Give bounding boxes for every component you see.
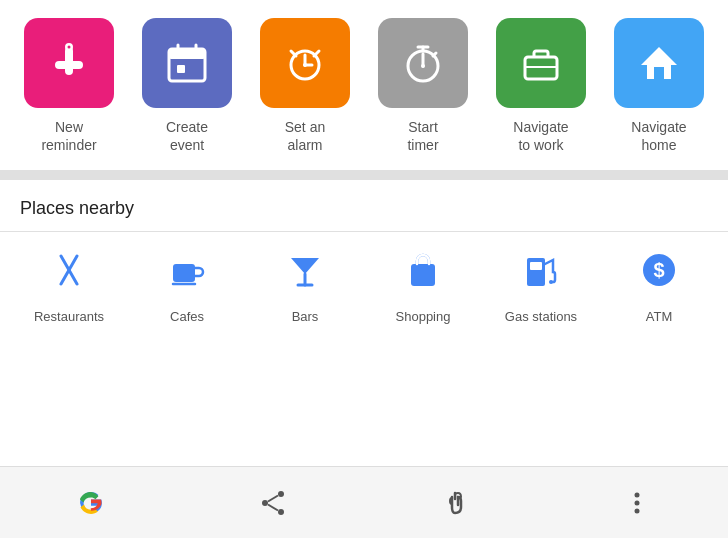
more-options-button[interactable]	[607, 473, 667, 533]
gas-stations-label: Gas stations	[505, 309, 577, 324]
google-g-icon	[73, 485, 109, 521]
svg-line-12	[291, 51, 296, 56]
restaurants-label: Restaurants	[34, 309, 104, 324]
navigate-home-label: Navigate home	[631, 118, 686, 154]
svg-rect-34	[530, 262, 542, 270]
places-nearby-title: Places nearby	[0, 180, 728, 231]
timer-icon	[399, 39, 447, 87]
shortcut-navigate-home[interactable]: Navigate home	[609, 18, 709, 154]
atm-label: ATM	[646, 309, 672, 324]
start-timer-label: Start timer	[407, 118, 438, 154]
cafes-label: Cafes	[170, 309, 204, 324]
shortcut-navigate-work[interactable]: Navigate to work	[491, 18, 591, 154]
shortcut-create-event[interactable]: Create event	[137, 18, 237, 154]
svg-point-39	[262, 500, 268, 506]
share-icon	[257, 487, 289, 519]
svg-rect-8	[177, 65, 185, 73]
bars-label: Bars	[292, 309, 319, 324]
svg-text:$: $	[653, 259, 664, 281]
navigate-work-icon-box	[496, 18, 586, 108]
svg-rect-32	[411, 264, 435, 286]
svg-point-20	[421, 64, 425, 68]
gas-stations-icon	[521, 250, 561, 299]
svg-rect-24	[654, 67, 664, 79]
create-event-icon-box	[142, 18, 232, 108]
new-reminder-icon-box	[24, 18, 114, 108]
svg-line-41	[268, 495, 278, 501]
navigate-home-icon-box	[614, 18, 704, 108]
place-cafes[interactable]: Cafes	[128, 250, 246, 324]
shopping-label: Shopping	[396, 309, 451, 324]
svg-point-38	[278, 491, 284, 497]
svg-line-19	[433, 53, 436, 56]
places-nearby-section: Places nearby Restaurants	[0, 180, 728, 466]
section-divider	[0, 170, 728, 180]
more-dots-icon	[633, 487, 641, 519]
svg-point-40	[278, 509, 284, 515]
svg-point-14	[303, 63, 307, 67]
alarm-icon	[281, 39, 329, 87]
start-timer-icon-box	[378, 18, 468, 108]
svg-point-45	[635, 508, 640, 513]
svg-line-13	[314, 51, 319, 56]
place-shopping[interactable]: Shopping	[364, 250, 482, 324]
svg-point-35	[549, 280, 553, 284]
calendar-icon	[163, 39, 211, 87]
place-restaurants[interactable]: Restaurants	[10, 250, 128, 324]
svg-point-3	[68, 46, 71, 49]
set-alarm-label: Set an alarm	[285, 118, 325, 154]
create-event-label: Create event	[166, 118, 208, 154]
touch-button[interactable]	[425, 473, 485, 533]
shortcut-set-alarm[interactable]: Set an alarm	[255, 18, 355, 154]
restaurants-icon	[49, 250, 89, 299]
shortcut-start-timer[interactable]: Start timer	[373, 18, 473, 154]
svg-line-42	[268, 504, 278, 510]
google-logo-button[interactable]	[61, 473, 121, 533]
set-alarm-icon-box	[260, 18, 350, 108]
cafes-icon	[167, 250, 207, 299]
place-gas-stations[interactable]: Gas stations	[482, 250, 600, 324]
shortcuts-section: New reminder Create event	[0, 0, 728, 170]
places-items-list: Restaurants Cafes	[0, 232, 728, 334]
shopping-icon	[403, 250, 443, 299]
svg-rect-5	[169, 49, 205, 59]
work-icon	[517, 39, 565, 87]
svg-point-43	[635, 492, 640, 497]
touch-icon	[439, 487, 471, 519]
svg-point-44	[635, 500, 640, 505]
svg-marker-29	[291, 258, 319, 274]
svg-rect-27	[173, 264, 195, 282]
place-atm[interactable]: $ ATM	[600, 250, 718, 324]
svg-rect-1	[55, 61, 83, 69]
new-reminder-label: New reminder	[41, 118, 96, 154]
bottom-nav-bar	[0, 466, 728, 538]
share-button[interactable]	[243, 473, 303, 533]
bars-icon	[285, 250, 325, 299]
shortcut-new-reminder[interactable]: New reminder	[19, 18, 119, 154]
place-bars[interactable]: Bars	[246, 250, 364, 324]
home-icon	[635, 39, 683, 87]
atm-icon: $	[639, 250, 679, 299]
reminder-icon	[45, 39, 93, 87]
navigate-work-label: Navigate to work	[513, 118, 568, 154]
